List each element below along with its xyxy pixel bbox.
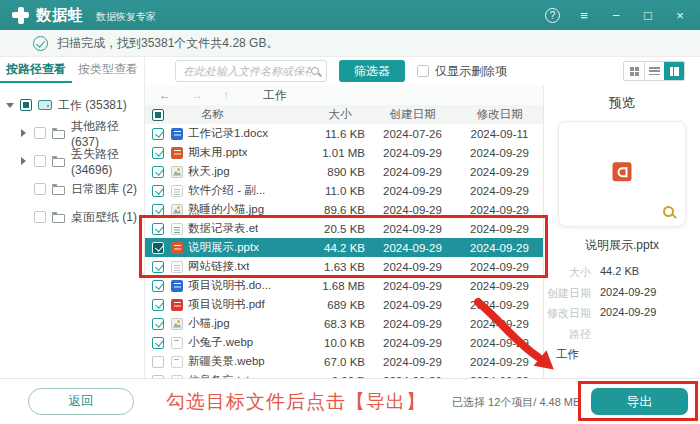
table-row[interactable]: 熟睡的小猫.jpg 89.6 KB 2024-09-29 2024-09-29 xyxy=(145,200,543,219)
column-size[interactable]: 大小 xyxy=(311,107,369,122)
row-checkbox[interactable] xyxy=(152,128,164,140)
row-checkbox[interactable] xyxy=(152,299,164,311)
table-row[interactable]: 信息备忘.txt 0.00 B 2024-09-29 2024-09-29 xyxy=(145,371,543,378)
search-icon[interactable] xyxy=(311,67,319,75)
tree-item-other-paths[interactable]: 其他路径 (637) xyxy=(0,119,144,147)
nav-back-icon[interactable]: ← xyxy=(159,88,171,102)
grid-view-icon xyxy=(630,67,634,71)
folder-icon xyxy=(52,214,65,223)
row-checkbox[interactable] xyxy=(152,223,164,235)
title-bar: 数据蛙 数据恢复专家 ? ≡ − □ × xyxy=(0,0,700,30)
folder-tree: 工作 (35381) 其他路径 (637) 丢失路径 (34696) 日常图库 … xyxy=(0,83,144,231)
list-view-icon xyxy=(649,67,660,75)
table-row-selected[interactable]: 说明展示.pptx 44.2 KB 2024-09-29 2024-09-29 xyxy=(145,238,543,257)
preview-filename: 说明展示.pptx xyxy=(544,237,700,254)
tree-item-label: 丢失路径 (34696) xyxy=(71,146,144,177)
sidebar-tabs: 按路径查看 按类型查看 xyxy=(0,57,144,83)
sidebar: 按路径查看 按类型查看 工作 (35381) 其他路径 (637) 丢失路径 (… xyxy=(0,57,145,378)
column-created[interactable]: 创建日期 xyxy=(369,107,456,122)
detail-value: 2024-09-29 xyxy=(600,306,700,321)
list-view-button[interactable] xyxy=(644,62,664,80)
table-row[interactable]: 网站链接.txt 1.63 KB 2024-09-29 2024-09-29 xyxy=(145,257,543,276)
table-row[interactable]: 数据记录表.et 20.5 KB 2024-09-29 2024-09-29 xyxy=(145,219,543,238)
column-name[interactable]: 名称 xyxy=(171,107,311,122)
file-table: 名称 大小 创建日期 修改日期 工作记录1.docx 11.6 KB 2024-… xyxy=(145,105,543,378)
webp-file-icon xyxy=(171,337,183,349)
maximize-icon[interactable]: □ xyxy=(640,7,656,23)
row-checkbox[interactable] xyxy=(152,318,164,330)
tree-item-work[interactable]: 工作 (35381) xyxy=(0,91,144,119)
image-file-icon xyxy=(171,166,183,178)
caret-right-icon[interactable] xyxy=(19,129,28,137)
table-row[interactable]: 项目说明书.pdf 689 KB 2024-09-29 2024-09-29 xyxy=(145,295,543,314)
tab-view-by-path[interactable]: 按路径查看 xyxy=(0,57,72,83)
tree-checkbox[interactable] xyxy=(34,155,46,167)
nav-up-icon[interactable]: ↑ xyxy=(223,88,229,102)
table-header: 名称 大小 创建日期 修改日期 xyxy=(145,105,543,124)
table-row[interactable]: 新疆美景.webp 67.0 KB 2024-09-29 2024-09-29 xyxy=(145,352,543,371)
document-file-icon xyxy=(171,185,183,197)
detail-value: 44.2 KB xyxy=(600,265,700,280)
scan-status-bar: 扫描完成，找到35381个文件共4.28 GB。 xyxy=(0,30,700,57)
search-input[interactable] xyxy=(183,65,311,77)
grid-view-button[interactable] xyxy=(624,62,644,80)
tree-item-label: 其他路径 (637) xyxy=(71,118,144,149)
row-checkbox[interactable] xyxy=(152,166,164,178)
tree-checkbox[interactable] xyxy=(34,127,46,139)
table-row[interactable]: 秋天.jpg 890 KB 2024-09-29 2024-09-29 xyxy=(145,162,543,181)
row-checkbox[interactable] xyxy=(152,261,164,273)
tree-item-lost-paths[interactable]: 丢失路径 (34696) xyxy=(0,147,144,175)
pptx-file-icon xyxy=(171,242,183,254)
file-path-value: 工作 xyxy=(544,347,700,362)
filter-button[interactable]: 筛选器 xyxy=(339,60,405,82)
nav-forward-icon[interactable]: → xyxy=(191,88,203,102)
caret-right-icon[interactable] xyxy=(19,157,28,165)
tree-item-daily-gallery[interactable]: 日常图库 (2) xyxy=(0,175,144,203)
tree-checkbox[interactable] xyxy=(34,211,46,223)
help-icon[interactable]: ? xyxy=(545,8,560,23)
export-button[interactable]: 导出 xyxy=(591,388,688,415)
tree-checkbox[interactable] xyxy=(34,183,46,195)
tree-item-desktop-wallpaper[interactable]: 桌面壁纸 (1) xyxy=(0,203,144,231)
table-row[interactable]: 小兔子.webp 10.0 KB 2024-09-29 2024-09-29 xyxy=(145,333,543,352)
docx-file-icon xyxy=(171,280,183,292)
zoom-preview-icon[interactable] xyxy=(663,206,674,217)
table-row[interactable]: 期末用.pptx 1.01 MB 2024-09-29 2024-09-29 xyxy=(145,143,543,162)
table-row[interactable]: 小猫.jpg 68.3 KB 2024-09-29 2024-09-29 xyxy=(145,314,543,333)
table-row[interactable]: 软件介绍 - 副... 11.0 KB 2024-09-29 2024-09-2… xyxy=(145,181,543,200)
tree-checkbox[interactable] xyxy=(20,99,32,111)
deleted-only-checkbox[interactable] xyxy=(417,65,429,77)
close-icon[interactable]: × xyxy=(672,7,688,23)
row-checkbox[interactable] xyxy=(152,280,164,292)
row-checkbox[interactable] xyxy=(152,242,164,254)
caret-down-icon[interactable] xyxy=(5,103,14,108)
row-checkbox[interactable] xyxy=(152,204,164,216)
docx-file-icon xyxy=(171,128,183,140)
brand-tagline: 数据恢复专家 xyxy=(96,10,156,24)
table-row[interactable]: 项目说明书.do... 1.68 MB 2024-09-29 2024-09-2… xyxy=(145,276,543,295)
row-checkbox[interactable] xyxy=(152,337,164,349)
detail-value: 2024-09-29 xyxy=(600,286,700,301)
tab-view-by-type[interactable]: 按类型查看 xyxy=(72,57,144,83)
breadcrumb: ← → ↑ 工作 xyxy=(145,85,543,105)
menu-icon[interactable]: ≡ xyxy=(576,7,592,23)
detail-view-button[interactable] xyxy=(664,62,684,80)
deleted-only-toggle[interactable]: 仅显示删除项 xyxy=(417,63,507,80)
back-button[interactable]: 返回 xyxy=(28,388,134,415)
detail-label: 路径 xyxy=(544,327,600,342)
row-checkbox[interactable] xyxy=(152,356,164,368)
row-checkbox[interactable] xyxy=(152,185,164,197)
column-modified[interactable]: 修改日期 xyxy=(456,107,543,122)
deleted-only-label: 仅显示删除项 xyxy=(435,63,507,80)
detail-label: 创建日期 xyxy=(544,286,600,301)
toolbar: 筛选器 仅显示删除项 xyxy=(145,57,700,85)
minimize-icon[interactable]: − xyxy=(608,7,624,23)
row-checkbox[interactable] xyxy=(152,147,164,159)
image-file-icon xyxy=(171,204,183,216)
window-controls: ? ≡ − □ × xyxy=(545,7,688,23)
tree-item-label: 日常图库 (2) xyxy=(71,181,137,198)
select-all-checkbox[interactable] xyxy=(152,109,164,121)
spreadsheet-file-icon xyxy=(171,223,183,235)
tree-item-label: 工作 (35381) xyxy=(58,97,127,114)
table-row[interactable]: 工作记录1.docx 11.6 KB 2024-07-26 2024-09-11 xyxy=(145,124,543,143)
